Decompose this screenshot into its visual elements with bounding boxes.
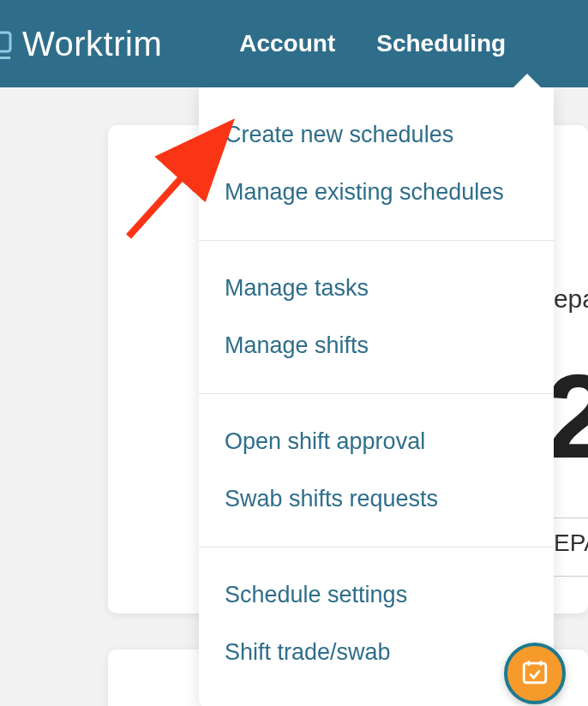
dropdown-group: Manage tasks Manage shifts <box>199 241 554 394</box>
menu-create-new-schedules[interactable]: Create new schedules <box>199 106 554 164</box>
app-header: Worktrim Account Scheduling <box>0 0 588 87</box>
menu-schedule-settings[interactable]: Schedule settings <box>199 566 554 624</box>
bg-partial-text-3: EPA <box>554 530 588 557</box>
menu-shift-trade-swab[interactable]: Shift trade/swab <box>199 624 554 681</box>
menu-manage-shifts[interactable]: Manage shifts <box>199 317 554 374</box>
menu-swab-shifts-requests[interactable]: Swab shifts requests <box>199 470 554 528</box>
logo-icon <box>0 26 15 62</box>
nav-account[interactable]: Account <box>239 30 335 57</box>
menu-manage-existing-schedules[interactable]: Manage existing schedules <box>199 164 554 221</box>
main-nav: Account Scheduling <box>239 30 506 57</box>
bg-partial-text-1: epa <box>554 284 588 314</box>
divider-line <box>552 518 588 518</box>
fab-schedule-button[interactable] <box>504 643 566 704</box>
divider-line <box>552 576 588 577</box>
menu-open-shift-approval[interactable]: Open shift approval <box>199 413 554 470</box>
nav-scheduling[interactable]: Scheduling <box>376 30 506 57</box>
brand-name: Worktrim <box>22 25 162 63</box>
svg-rect-0 <box>0 33 10 51</box>
menu-manage-tasks[interactable]: Manage tasks <box>199 260 554 317</box>
scheduling-dropdown: Create new schedules Manage existing sch… <box>199 87 554 706</box>
dropdown-group: Schedule settings Shift trade/swab <box>199 547 554 706</box>
logo-area: Worktrim <box>0 25 162 63</box>
svg-rect-3 <box>524 663 546 683</box>
calendar-check-icon <box>520 657 549 690</box>
dropdown-group: Open shift approval Swab shifts requests <box>199 394 554 547</box>
dropdown-pointer <box>512 74 543 89</box>
dropdown-group: Create new schedules Manage existing sch… <box>199 87 554 241</box>
